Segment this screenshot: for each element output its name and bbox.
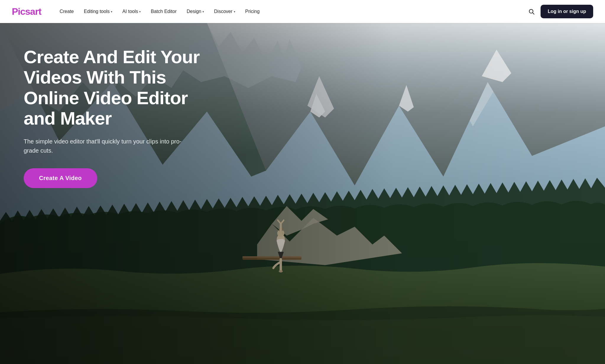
navbar: Picsart Create Editing tools ▾ AI tools … [0,0,605,23]
nav-label-create: Create [60,9,74,14]
nav-label-editing-tools: Editing tools [84,9,110,14]
login-button[interactable]: Log in or sign up [541,5,593,18]
cta-label: Create A Video [39,175,82,181]
nav-item-create[interactable]: Create [56,6,78,17]
nav-item-discover[interactable]: Discover ▾ [210,6,239,17]
hero-content: Create And Edit Your Videos With This On… [0,23,231,206]
chevron-down-icon: ▾ [234,10,235,13]
nav-label-design: Design [186,9,201,14]
create-video-button[interactable]: Create A Video [24,168,97,188]
hero-section: Create And Edit Your Videos With This On… [0,23,605,364]
logo-text: Picsart [12,6,41,17]
brand-logo[interactable]: Picsart [12,6,41,17]
chevron-down-icon: ▾ [202,10,204,13]
nav-label-ai-tools: AI tools [122,9,138,14]
nav-label-discover: Discover [214,9,232,14]
nav-item-editing-tools[interactable]: Editing tools ▾ [80,6,116,17]
nav-item-design[interactable]: Design ▾ [182,6,208,17]
search-icon [528,8,535,15]
nav-right: Log in or sign up [526,5,593,18]
nav-item-pricing[interactable]: Pricing [241,6,264,17]
chevron-down-icon: ▾ [111,10,112,13]
nav-label-batch-editor: Batch Editor [151,9,176,14]
nav-links: Create Editing tools ▾ AI tools ▾ Batch … [56,6,526,17]
nav-label-pricing: Pricing [245,9,260,14]
chevron-down-icon: ▾ [139,10,141,13]
hero-title: Create And Edit Your Videos With This On… [24,47,207,129]
search-button[interactable] [526,6,537,17]
svg-line-1 [533,13,534,14]
nav-item-batch-editor[interactable]: Batch Editor [147,6,181,17]
login-label: Log in or sign up [548,9,586,14]
hero-subtitle: The simple video editor that'll quickly … [24,137,195,155]
nav-item-ai-tools[interactable]: AI tools ▾ [118,6,145,17]
